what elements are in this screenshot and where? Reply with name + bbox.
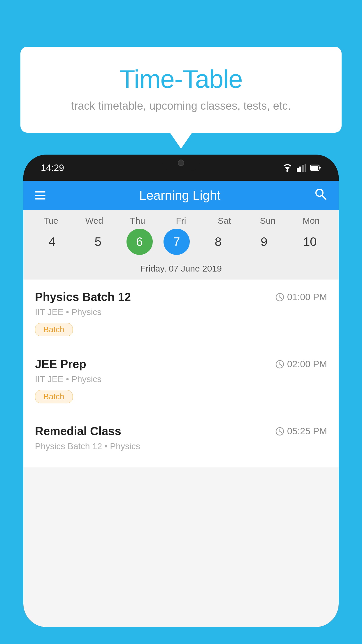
svg-line-16 [280, 364, 282, 365]
bubble-title: Time-Table [44, 64, 318, 94]
class-item-header-3: Remedial Class 05:25 PM [35, 425, 327, 438]
phone-container: 14:29 [23, 155, 339, 644]
class-meta-1: IIT JEE • Physics [35, 307, 327, 317]
day-header-tue: Tue [33, 216, 68, 226]
speech-bubble: Time-Table track timetable, upcoming cla… [20, 47, 342, 133]
clock-icon-2 [275, 360, 284, 369]
class-meta-2: IIT JEE • Physics [35, 374, 327, 384]
day-header-thu: Thu [120, 216, 155, 226]
status-time: 14:29 [41, 162, 64, 173]
batch-badge-2: Batch [35, 390, 73, 403]
day-header-wed: Wed [77, 216, 112, 226]
status-icons [282, 164, 321, 172]
day-4[interactable]: 4 [35, 229, 70, 255]
class-item-3[interactable]: Remedial Class 05:25 PM Physics Batch 12… [23, 414, 339, 468]
day-header-fri: Fri [164, 216, 198, 226]
speech-bubble-container: Time-Table track timetable, upcoming cla… [20, 47, 342, 133]
svg-line-13 [280, 297, 282, 298]
calendar-strip: Tue Wed Thu Fri Sat Sun Mon 4 5 6 7 8 9 … [23, 210, 339, 279]
class-item-header-1: Physics Batch 12 01:00 PM [35, 290, 327, 304]
day-6-today[interactable]: 6 [126, 229, 153, 255]
class-time-1: 01:00 PM [275, 292, 327, 302]
class-item-header-2: JEE Prep 02:00 PM [35, 358, 327, 371]
phone-notch [162, 155, 200, 171]
svg-rect-7 [311, 166, 318, 170]
search-button[interactable] [314, 188, 327, 203]
day-header-sun: Sun [250, 216, 285, 226]
day-numbers: 4 5 6 7 8 9 10 [23, 226, 339, 261]
svg-rect-8 [319, 167, 321, 169]
class-list: Physics Batch 12 01:00 PM IIT JEE • Phys… [23, 280, 339, 468]
svg-point-1 [287, 170, 289, 172]
day-5[interactable]: 5 [80, 229, 115, 255]
phone-frame: 14:29 [23, 155, 339, 627]
class-meta-3: Physics Batch 12 • Physics [35, 441, 327, 451]
svg-rect-5 [305, 164, 306, 172]
class-name-3: Remedial Class [35, 425, 121, 438]
hamburger-menu-button[interactable] [35, 191, 45, 200]
batch-badge-1: Batch [35, 323, 73, 336]
class-name-2: JEE Prep [35, 358, 86, 371]
clock-icon-1 [275, 293, 284, 302]
battery-icon [310, 164, 321, 171]
svg-marker-0 [285, 167, 290, 170]
svg-rect-2 [297, 168, 299, 172]
camera-dot [178, 160, 184, 166]
clock-icon-3 [275, 427, 284, 436]
svg-rect-4 [302, 165, 304, 172]
day-8[interactable]: 8 [201, 229, 236, 255]
selected-date: Friday, 07 June 2019 [23, 261, 339, 279]
svg-line-10 [322, 195, 326, 199]
day-header-mon: Mon [294, 216, 328, 226]
class-time-2: 02:00 PM [275, 359, 327, 370]
day-headers: Tue Wed Thu Fri Sat Sun Mon [23, 216, 339, 226]
svg-rect-3 [299, 167, 301, 172]
class-item-2[interactable]: JEE Prep 02:00 PM IIT JEE • Physics Batc… [23, 347, 339, 414]
day-7-selected[interactable]: 7 [164, 229, 190, 255]
phone-status-bar: 14:29 [23, 155, 339, 181]
app-header: Learning Light [23, 181, 339, 210]
class-time-3: 05:25 PM [275, 426, 327, 437]
app-title: Learning Light [54, 188, 305, 203]
app-screen: Learning Light Tue Wed Thu Fri Sat Sun [23, 181, 339, 627]
svg-line-19 [280, 431, 282, 433]
signal-icon [297, 164, 306, 172]
class-item-1[interactable]: Physics Batch 12 01:00 PM IIT JEE • Phys… [23, 280, 339, 347]
wifi-icon [282, 164, 293, 172]
day-10[interactable]: 10 [292, 229, 327, 255]
class-name-1: Physics Batch 12 [35, 290, 131, 304]
bubble-subtitle: track timetable, upcoming classes, tests… [44, 100, 318, 112]
day-header-sat: Sat [207, 216, 242, 226]
day-9[interactable]: 9 [247, 229, 282, 255]
